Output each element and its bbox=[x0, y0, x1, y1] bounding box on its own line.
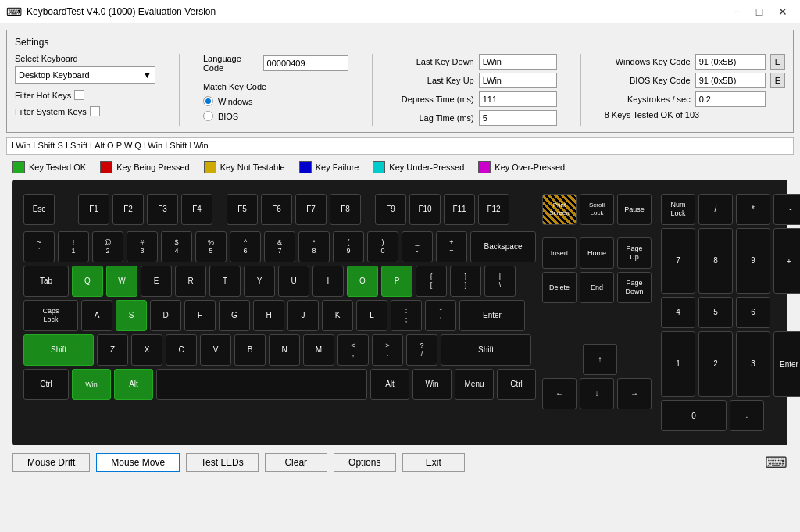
bios-radio-row[interactable]: BIOS bbox=[203, 111, 348, 121]
clear-button[interactable]: Clear bbox=[265, 453, 327, 472]
key-f6[interactable]: F6 bbox=[261, 194, 292, 225]
key-insert[interactable]: Insert bbox=[542, 237, 577, 269]
exit-button[interactable]: Exit bbox=[402, 453, 465, 472]
key-num-3[interactable]: 3 bbox=[736, 331, 770, 397]
key-8[interactable]: *8 bbox=[298, 231, 330, 262]
key-num-asterisk[interactable]: * bbox=[736, 194, 770, 225]
key-e[interactable]: E bbox=[141, 266, 172, 297]
windows-radio-row[interactable]: Windows bbox=[203, 96, 348, 106]
filter-hot-keys-checkbox[interactable] bbox=[74, 90, 84, 100]
key-equals[interactable]: += bbox=[436, 231, 467, 262]
mouse-drift-button[interactable]: Mouse Drift bbox=[12, 453, 90, 472]
key-3[interactable]: #3 bbox=[127, 231, 158, 262]
key-f12[interactable]: F12 bbox=[478, 194, 509, 225]
key-num-8[interactable]: 8 bbox=[698, 228, 733, 294]
key-h[interactable]: H bbox=[253, 300, 284, 331]
key-arrow-right[interactable]: → bbox=[617, 378, 652, 409]
key-right-ctrl[interactable]: Ctrl bbox=[497, 369, 536, 400]
key-delete[interactable]: Delete bbox=[542, 272, 577, 303]
key-end[interactable]: End bbox=[580, 272, 614, 303]
key-n[interactable]: N bbox=[269, 334, 300, 366]
key-num-plus[interactable]: + bbox=[773, 228, 800, 294]
key-space[interactable] bbox=[156, 369, 367, 400]
key-j[interactable]: J bbox=[288, 300, 319, 331]
key-minus[interactable]: _- bbox=[402, 231, 433, 262]
key-period[interactable]: >. bbox=[372, 334, 403, 366]
minimize-button[interactable]: − bbox=[725, 4, 747, 20]
key-f9[interactable]: F9 bbox=[375, 194, 406, 225]
key-y[interactable]: Y bbox=[244, 266, 275, 297]
key-num-minus[interactable]: - bbox=[773, 194, 800, 225]
mouse-move-button[interactable]: Mouse Move bbox=[96, 453, 180, 472]
key-num-9[interactable]: 9 bbox=[736, 228, 770, 294]
key-9[interactable]: (9 bbox=[333, 231, 364, 262]
key-i[interactable]: I bbox=[312, 266, 344, 297]
key-left-shift[interactable]: Shift bbox=[23, 334, 94, 366]
key-arrow-down[interactable]: ↓ bbox=[580, 378, 614, 409]
key-w[interactable]: W bbox=[106, 266, 138, 297]
key-s[interactable]: S bbox=[116, 300, 147, 331]
key-scroll-lock[interactable]: ScrollLock bbox=[580, 194, 614, 225]
key-num-enter[interactable]: Enter bbox=[773, 331, 800, 397]
key-o[interactable]: O bbox=[347, 266, 378, 297]
key-l[interactable]: L bbox=[356, 300, 388, 331]
key-home[interactable]: Home bbox=[580, 237, 614, 269]
key-page-up[interactable]: PageUp bbox=[617, 237, 652, 269]
key-f7[interactable]: F7 bbox=[295, 194, 327, 225]
key-p[interactable]: P bbox=[381, 266, 412, 297]
options-button[interactable]: Options bbox=[334, 453, 396, 472]
key-7[interactable]: &7 bbox=[264, 231, 295, 262]
key-left-win[interactable]: Win bbox=[72, 369, 111, 400]
keyboard-dropdown[interactable]: Desktop Keyboard ▼ bbox=[15, 66, 155, 84]
close-button[interactable]: ✕ bbox=[772, 4, 794, 20]
test-leds-button[interactable]: Test LEDs bbox=[186, 453, 259, 472]
key-num-0[interactable]: 0 bbox=[661, 400, 727, 431]
key-f3[interactable]: F3 bbox=[147, 194, 178, 225]
key-semicolon[interactable]: :; bbox=[391, 300, 422, 331]
key-pause[interactable]: Pause bbox=[617, 194, 652, 225]
key-page-down[interactable]: PageDown bbox=[617, 272, 652, 303]
windows-key-code-e-button[interactable]: E bbox=[770, 54, 785, 70]
bios-key-code-e-button[interactable]: E bbox=[770, 73, 785, 88]
key-0[interactable]: )0 bbox=[367, 231, 398, 262]
key-c[interactable]: C bbox=[166, 334, 197, 366]
key-5[interactable]: %5 bbox=[195, 231, 227, 262]
key-right-win[interactable]: Win bbox=[412, 369, 452, 400]
maximize-button[interactable]: □ bbox=[748, 4, 770, 20]
key-z[interactable]: Z bbox=[97, 334, 128, 366]
key-f11[interactable]: F11 bbox=[444, 194, 475, 225]
key-caps-lock[interactable]: CapsLock bbox=[23, 300, 78, 331]
key-left-ctrl[interactable]: Ctrl bbox=[23, 369, 69, 400]
key-left-alt[interactable]: Alt bbox=[114, 369, 153, 400]
key-comma[interactable]: <, bbox=[338, 334, 369, 366]
key-num-decimal[interactable]: . bbox=[730, 400, 764, 431]
key-backslash[interactable]: |\ bbox=[484, 266, 516, 297]
key-b[interactable]: B bbox=[234, 334, 266, 366]
key-tab[interactable]: Tab bbox=[23, 266, 69, 297]
key-f1[interactable]: F1 bbox=[78, 194, 109, 225]
key-x[interactable]: X bbox=[131, 334, 162, 366]
key-menu[interactable]: Menu bbox=[455, 369, 494, 400]
key-right-alt[interactable]: Alt bbox=[370, 369, 409, 400]
key-f2[interactable]: F2 bbox=[112, 194, 144, 225]
key-g[interactable]: G bbox=[219, 300, 250, 331]
windows-radio-btn[interactable] bbox=[203, 96, 213, 106]
key-slash[interactable]: ?/ bbox=[406, 334, 438, 366]
key-1[interactable]: !1 bbox=[58, 231, 89, 262]
key-arrow-up[interactable]: ↑ bbox=[583, 344, 617, 375]
key-backspace[interactable]: Backspace bbox=[470, 231, 536, 262]
key-num-6[interactable]: 6 bbox=[736, 297, 770, 328]
key-4[interactable]: $4 bbox=[161, 231, 192, 262]
key-t[interactable]: T bbox=[209, 266, 241, 297]
key-num-lock[interactable]: NumLock bbox=[661, 194, 695, 225]
key-num-5[interactable]: 5 bbox=[698, 297, 733, 328]
key-print-screen[interactable]: PrintScreen bbox=[542, 194, 577, 225]
key-k[interactable]: K bbox=[322, 300, 353, 331]
key-r[interactable]: R bbox=[175, 266, 206, 297]
key-num-1[interactable]: 1 bbox=[661, 331, 695, 397]
key-esc[interactable]: Esc bbox=[23, 194, 55, 225]
filter-system-keys-checkbox[interactable] bbox=[90, 106, 100, 116]
key-arrow-left[interactable]: ← bbox=[542, 378, 577, 409]
key-f10[interactable]: F10 bbox=[409, 194, 441, 225]
key-num-4[interactable]: 4 bbox=[661, 297, 695, 328]
